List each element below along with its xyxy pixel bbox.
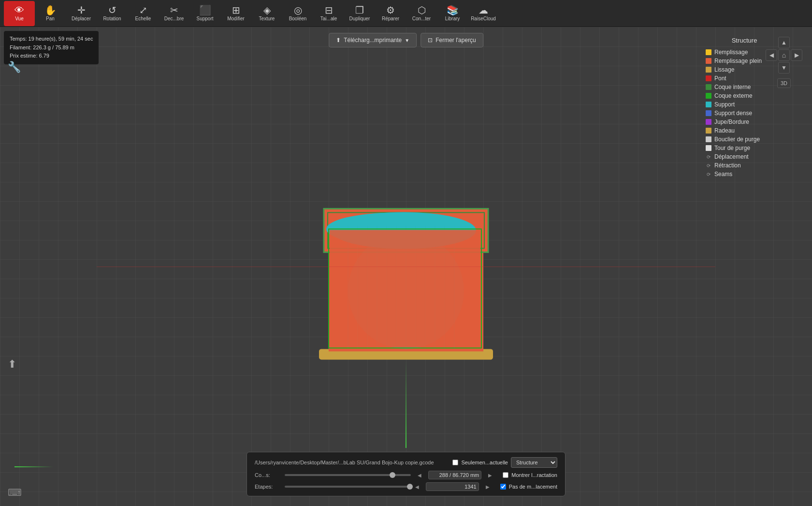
modifier-label: Modifier — [227, 16, 245, 21]
legend-label-4: Coque interne — [714, 84, 751, 90]
axis-y-line — [406, 361, 406, 448]
stats-panel: Temps: 19 heure(s), 59 min, 24 sec Filam… — [4, 31, 99, 64]
couches-slider-thumb[interactable] — [390, 472, 395, 478]
3d-object — [309, 146, 503, 378]
legend-item-14: ⟳ Seams — [706, 170, 783, 179]
legend-label-0: Remplissage — [714, 49, 748, 56]
file-path-label: /Users/ryanvicente/Desktop/Master/...bLa… — [255, 460, 439, 465]
toolbar-tool-texture[interactable]: ◈ Texture — [251, 1, 282, 26]
upload-button[interactable]: ⬆ Télécharg...mprimante ▼ — [329, 33, 417, 47]
etapes-slider-thumb[interactable] — [407, 484, 413, 490]
legend-item-12: ⟳ Déplacement — [706, 152, 783, 161]
echelle-icon: ⤢ — [139, 5, 147, 15]
montrer-retraction-label: Montrer l...ractation — [511, 472, 557, 478]
toolbar-tool-conter[interactable]: ⬡ Con...ter — [406, 1, 437, 26]
wrench-icon[interactable]: 🔧 — [8, 61, 21, 74]
close-preview-label: Fermer l'aperçu — [435, 37, 476, 44]
toolbar-tool-raisecloud[interactable]: ☁ RaiseCloud — [468, 1, 499, 26]
nav-right-button[interactable]: ▶ — [791, 49, 802, 61]
close-preview-button[interactable]: ⊡ Fermer l'aperçu — [420, 33, 483, 47]
legend-color-0 — [706, 49, 711, 55]
library-label: Library — [445, 16, 460, 21]
vue-label: Vue — [15, 16, 23, 21]
toolbar-tool-booleen[interactable]: ◎ Booléen — [282, 1, 313, 26]
legend-label-13: Rétraction — [714, 162, 741, 169]
dupliquer-icon: ❐ — [355, 5, 364, 15]
legend-item-3: Pont — [706, 74, 783, 83]
legend-label-9: Radeau — [714, 127, 735, 134]
legend-icon-13: ⟳ — [706, 163, 711, 168]
filament-stat: Filament: 226.3 g / 75.89 m — [10, 44, 93, 52]
axis-x-line — [97, 267, 715, 267]
library-icon: 📚 — [447, 5, 459, 15]
legend-label-1: Remplissage plein — [714, 58, 762, 64]
bottom-bar: /Users/ryanvicente/Desktop/Master/...bLa… — [246, 452, 566, 496]
modifier-icon: ⊞ — [232, 5, 240, 15]
structure-dropdown[interactable]: StructureVitesseTempératureLargeur — [511, 457, 557, 468]
seulement-actuelle-checkbox[interactable] — [452, 460, 458, 465]
toolbar: 👁 Vue ✋ Pan ✛ Déplacer ↺ Rotation ⤢ Eche… — [0, 0, 812, 27]
toolbar-tool-library[interactable]: 📚 Library — [437, 1, 468, 26]
toolbar-tool-reparer[interactable]: ⚙ Réparer — [375, 1, 406, 26]
dupliquer-label: Dupliquer — [349, 16, 370, 21]
export-icon[interactable]: ⬆ — [8, 358, 16, 371]
couches-slider[interactable] — [285, 474, 411, 476]
deplacer-label: Déplacer — [72, 16, 91, 21]
vue-icon: 👁 — [14, 5, 24, 15]
legend-label-2: Lissage — [714, 66, 734, 73]
legend-label-5: Coque externe — [714, 92, 753, 99]
legend-icon-14: ⟳ — [706, 171, 711, 177]
support-icon: ⬛ — [199, 5, 211, 15]
couches-value: 288 / 86.720 mm — [428, 471, 481, 479]
legend-item-6: Support — [706, 100, 783, 109]
keyboard-icon[interactable]: ⌨ — [8, 487, 22, 498]
seulement-actuelle-label: Seulemen...actuelle — [461, 460, 508, 465]
prix-stat: Prix estime: 6.79 — [10, 52, 93, 60]
reparer-label: Réparer — [382, 16, 399, 21]
etapes-arrow-right[interactable]: ▶ — [485, 484, 491, 490]
legend-label-3: Pont — [714, 75, 726, 82]
upload-icon: ⬆ — [336, 37, 341, 44]
legend-label-11: Tour de purge — [714, 145, 750, 151]
etapes-label: Etapes: — [255, 484, 279, 490]
toolbar-tool-modifier[interactable]: ⊞ Modifier — [220, 1, 251, 26]
legend-label-8: Jupe/Bordure — [714, 119, 749, 125]
toolbar-tool-dec_bre[interactable]: ✂ Dec...bre — [159, 1, 189, 26]
etapes-arrow-left[interactable]: ◀ — [414, 484, 420, 490]
taille-icon: ⊟ — [325, 5, 333, 15]
couches-arrow-left[interactable]: ◀ — [417, 473, 422, 478]
booleen-label: Booléen — [289, 16, 307, 21]
legend-label-14: Seams — [714, 171, 732, 178]
toolbar-tool-dupliquer[interactable]: ❐ Dupliquer — [344, 1, 375, 26]
axis-x-bottom-line — [14, 466, 53, 467]
viewport: Temps: 19 heure(s), 59 min, 24 sec Filam… — [0, 27, 812, 506]
pas-deplacement-checkbox[interactable] — [500, 484, 506, 490]
toolbar-tool-pan[interactable]: ✋ Pan — [35, 1, 66, 26]
legend-label-10: Bouclier de purge — [714, 136, 760, 143]
pan-label: Pan — [46, 16, 55, 21]
upload-dropdown-arrow: ▼ — [405, 38, 409, 43]
couches-label: Co...s: — [255, 472, 279, 478]
toolbar-tool-taille[interactable]: ⊟ Tai...ale — [313, 1, 344, 26]
legend-item-5: Coque externe — [706, 91, 783, 100]
legend-item-0: Remplissage — [706, 48, 783, 57]
svg-rect-21 — [330, 230, 480, 347]
legend-color-7 — [706, 110, 711, 116]
toolbar-tool-echelle[interactable]: ⤢ Echelle — [128, 1, 159, 26]
etapes-slider[interactable] — [285, 486, 408, 488]
legend-color-2 — [706, 67, 711, 73]
couches-arrow-right[interactable]: ▶ — [487, 473, 493, 478]
toolbar-tool-rotation[interactable]: ↺ Rotation — [97, 1, 128, 26]
dec_bre-label: Dec...bre — [164, 16, 184, 21]
rotation-icon: ↺ — [108, 5, 116, 15]
legend-item-13: ⟳ Rétraction — [706, 161, 783, 170]
toolbar-tool-vue[interactable]: 👁 Vue — [4, 1, 35, 26]
top-center-bar: ⬆ Télécharg...mprimante ▼ ⊡ Fermer l'ape… — [329, 33, 483, 47]
legend-label-12: Déplacement — [714, 153, 749, 160]
toolbar-tool-support[interactable]: ⬛ Support — [189, 1, 220, 26]
legend-label-6: Support — [714, 101, 735, 108]
toolbar-tool-deplacer[interactable]: ✛ Déplacer — [66, 1, 97, 26]
etapes-value: 1341 — [426, 482, 479, 491]
legend-item-2: Lissage — [706, 65, 783, 74]
montrer-retraction-checkbox[interactable] — [503, 472, 508, 478]
